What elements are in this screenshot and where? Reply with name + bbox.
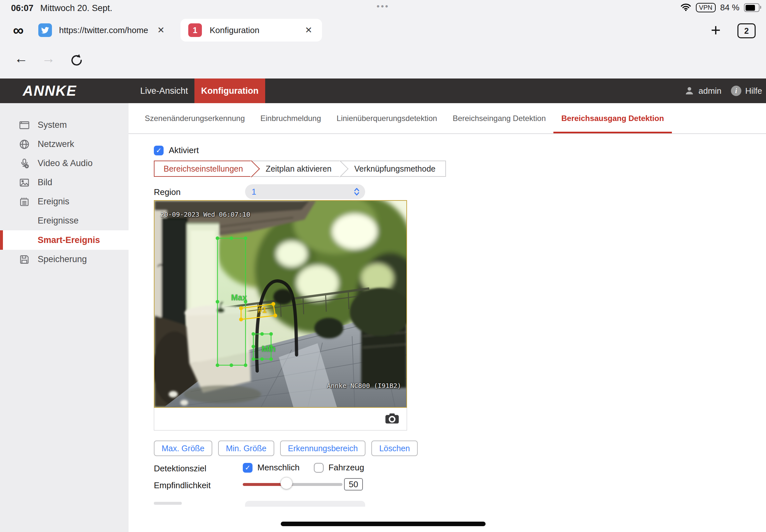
network-globe-icon bbox=[19, 139, 30, 150]
region-label: Region bbox=[154, 187, 180, 197]
vpn-badge: VPN bbox=[696, 3, 716, 12]
sidebar-item-smart-ereignis[interactable]: Smart-Ereignis bbox=[0, 230, 128, 250]
tab-konfiguration[interactable]: 1 Konfiguration ✕ bbox=[180, 19, 322, 42]
snapshot-strip bbox=[154, 408, 407, 430]
step-bereichseinstellungen[interactable]: Bereichseinstellungen bbox=[154, 161, 251, 177]
tab-title: https://twitter.com/home bbox=[59, 25, 148, 35]
zone-buttons: Max. Größe Min. Größe Erkennungsbereich … bbox=[154, 441, 418, 456]
user-name: admin bbox=[699, 86, 722, 96]
sidebar-item-bild[interactable]: Bild bbox=[0, 173, 128, 192]
vehicle-checkbox[interactable] bbox=[314, 463, 323, 473]
home-indicator[interactable] bbox=[281, 522, 486, 526]
info-icon: i bbox=[731, 86, 741, 96]
storage-floppy-icon bbox=[19, 254, 30, 265]
new-tab-button[interactable]: + bbox=[711, 17, 721, 43]
sidebar-item-netzwerk[interactable]: Netzwerk bbox=[0, 135, 128, 154]
step-zeitplan-aktivieren[interactable]: Zeitplan aktivieren bbox=[251, 161, 340, 177]
multitask-dots[interactable]: ••• bbox=[376, 1, 389, 11]
cutoff-label-fragment bbox=[154, 502, 182, 505]
nav-konfiguration[interactable]: Konfiguration bbox=[194, 79, 265, 103]
enabled-checkbox[interactable] bbox=[154, 146, 164, 155]
tab-switcher-button[interactable]: 2 bbox=[737, 23, 756, 38]
tab-intrusion[interactable]: Einbruchmeldung bbox=[252, 103, 329, 133]
microphone-icon bbox=[19, 158, 30, 169]
tab-twitter[interactable]: https://twitter.com/home ✕ bbox=[38, 17, 166, 43]
region-value: 1 bbox=[251, 187, 256, 197]
tab-region-entrance[interactable]: Bereichseingang Detektion bbox=[445, 103, 554, 133]
twitter-favicon bbox=[38, 23, 52, 37]
app-header: ANNKE Live-Ansicht Konfiguration admin i… bbox=[0, 79, 766, 103]
tab-region-exiting[interactable]: Bereichsausgang Detektion bbox=[553, 103, 672, 133]
camera-preview-image bbox=[154, 201, 407, 407]
incognito-icon[interactable]: ∞ bbox=[13, 17, 24, 43]
step-verknuepfungsmethode[interactable]: Verknüpfungsmethode bbox=[340, 161, 446, 177]
target-options: Menschlich Fahrzeug bbox=[243, 463, 364, 473]
tab-close-button[interactable]: ✕ bbox=[155, 25, 167, 35]
select-chevrons-icon bbox=[353, 187, 360, 198]
battery-percent: 84 % bbox=[720, 3, 739, 13]
enabled-label: Aktiviert bbox=[169, 145, 199, 155]
min-size-button[interactable]: Min. Größe bbox=[218, 441, 274, 456]
region-tag-label: #1 bbox=[258, 305, 267, 315]
delete-button[interactable]: Löschen bbox=[371, 441, 418, 456]
config-favicon: 1 bbox=[188, 23, 202, 37]
target-label: Detektionsziel bbox=[154, 464, 206, 474]
vehicle-label: Fahrzeug bbox=[328, 463, 364, 473]
sidebar-item-ereignis[interactable]: Ereignis bbox=[0, 192, 128, 211]
sidebar-item-system[interactable]: System bbox=[0, 115, 128, 135]
status-bar: 06:07 Mittwoch 20. Sept. ••• VPN 84 % bbox=[0, 0, 766, 17]
detection-tab-bar: Szenenänderungserkennung Einbruchmeldung… bbox=[128, 103, 766, 134]
sidebar-item-speicherung[interactable]: Speicherung bbox=[0, 250, 128, 269]
nav-live-ansicht[interactable]: Live-Ansicht bbox=[132, 79, 196, 103]
enabled-row: Aktiviert bbox=[154, 145, 199, 155]
human-checkbox[interactable] bbox=[243, 463, 252, 473]
annke-logo: ANNKE bbox=[23, 79, 77, 103]
user-icon bbox=[684, 86, 695, 96]
status-time: 06:07 bbox=[11, 3, 33, 13]
battery-icon bbox=[744, 3, 760, 12]
sidebar: System Netzwerk Video & Audio Bil bbox=[0, 103, 128, 532]
sensitivity-slider-thumb[interactable] bbox=[280, 477, 292, 489]
reload-button[interactable] bbox=[69, 53, 84, 69]
max-size-button[interactable]: Max. Größe bbox=[154, 441, 212, 456]
wifi-icon bbox=[680, 3, 691, 13]
screen: 06:07 Mittwoch 20. Sept. ••• VPN 84 % ∞ … bbox=[0, 0, 766, 532]
tab-title: Konfiguration bbox=[210, 25, 295, 35]
sidebar-item-ereignisse[interactable]: Ereignisse bbox=[0, 211, 128, 230]
sensitivity-value[interactable]: 50 bbox=[344, 478, 363, 490]
status-date: Mittwoch 20. Sept. bbox=[40, 3, 112, 13]
notepad-icon bbox=[19, 196, 30, 207]
system-icon bbox=[19, 120, 30, 131]
osd-camera-name: Annke NC800 (I91B2) bbox=[327, 382, 401, 390]
sidebar-item-video-audio[interactable]: Video & Audio bbox=[0, 154, 128, 173]
back-button[interactable]: ← bbox=[14, 51, 28, 66]
tab-scene-change[interactable]: Szenenänderungserkennung bbox=[137, 103, 252, 133]
help-button[interactable]: i Hilfe bbox=[731, 79, 762, 103]
forward-button[interactable]: → bbox=[42, 51, 55, 66]
osd-timestamp: 20-09-2023 Wed 06:07:10 bbox=[160, 211, 250, 218]
region-select[interactable]: 1 bbox=[245, 184, 365, 199]
max-zone-label: Max bbox=[231, 293, 247, 302]
camera-preview[interactable]: 20-09-2023 Wed 06:07:10 Annke NC800 (I91… bbox=[154, 200, 407, 408]
browser-tab-bar: ∞ https://twitter.com/home ✕ 1 Konfigura… bbox=[0, 17, 766, 43]
sensitivity-label: Empfindlichkeit bbox=[154, 480, 211, 490]
snapshot-camera-button[interactable] bbox=[385, 412, 400, 426]
detection-area-button[interactable]: Erkennungsbereich bbox=[280, 441, 365, 456]
human-label: Menschlich bbox=[257, 463, 299, 473]
help-label: Hilfe bbox=[745, 86, 762, 96]
tab-line-crossing[interactable]: Linienüberquerungsdetektion bbox=[329, 103, 445, 133]
image-icon bbox=[19, 177, 30, 188]
min-zone-label: Min bbox=[261, 344, 275, 354]
cutoff-dropdown-fragment[interactable] bbox=[245, 501, 365, 507]
user-menu[interactable]: admin bbox=[684, 79, 722, 103]
tab-close-button[interactable]: ✕ bbox=[303, 25, 314, 35]
step-tabs: Bereichseinstellungen Zeitplan aktiviere… bbox=[154, 161, 446, 177]
address-bar: ← → 192.168.178.79/doc/page/config.asp bbox=[0, 43, 766, 79]
